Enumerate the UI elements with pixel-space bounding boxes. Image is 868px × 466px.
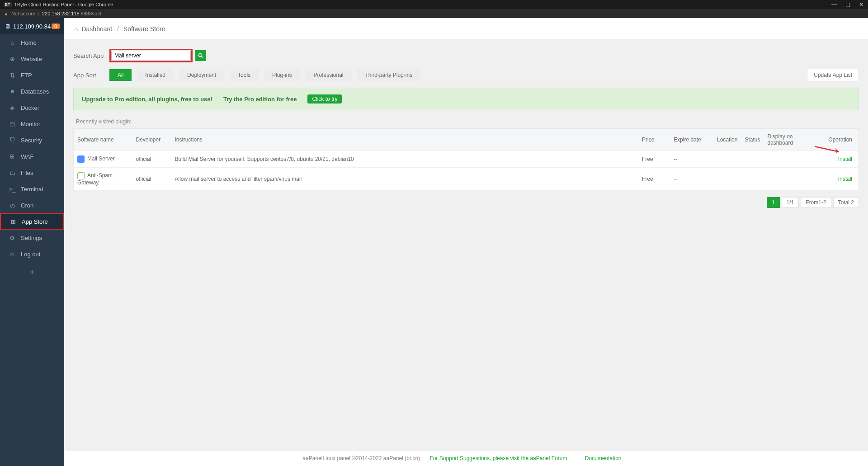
spam-app-icon [77,172,85,179]
annotation-arrow-icon [814,144,845,155]
nav-app-store[interactable]: ⊞App Store [0,213,64,230]
window-title: 1Byte Cloud Hosting Panel - Google Chrom… [14,2,113,7]
nav-terminal[interactable]: >_Terminal [0,181,64,197]
table-row: Anti-Spam Gateway official Allow mail se… [74,168,859,191]
sort-tab-plugins[interactable]: Plug-ins [264,69,300,81]
nav-add[interactable]: + [0,262,64,282]
nav-label: Settings [21,235,42,241]
th-dev: Developer [132,129,171,151]
url-port-path: :8888/soft [80,11,101,16]
shield-icon: ⛉ [9,137,15,144]
sort-tab-thirdparty[interactable]: Third-party Plug-ins [357,69,421,81]
cell-dev: official [132,151,171,168]
nav-label: FTP [21,72,32,79]
terminal-icon: >_ [9,186,15,193]
cell-location [713,168,741,191]
breadcrumb: ⌂ Dashboard / Software Store [64,18,868,40]
cell-name: Anti-Spam Gateway [74,168,132,191]
th-expire: Expire date [670,129,713,151]
logout-icon: ⎋ [9,251,15,258]
page-range: From1-2 [801,197,831,208]
sort-tab-tools[interactable]: Tools [230,69,259,81]
footer: aaPanelLinux panel ©2014-2022 aaPanel (b… [64,450,868,466]
page-total: Total 2 [833,197,859,208]
search-row: Search App [73,49,859,62]
nav-home[interactable]: ⌂Home [0,34,64,51]
window-controls: — ▢ ✕ [827,0,868,9]
nav-waf[interactable]: ⛨WAF [0,148,64,165]
url-host: 220.158.232.118 [42,11,80,16]
nav-docker[interactable]: ◈Docker [0,99,64,116]
nav-cron[interactable]: ◷Cron [0,197,64,213]
gear-icon: ⚙ [9,235,15,241]
app-name[interactable]: Mail Server [87,155,115,162]
cell-display [764,151,800,168]
sort-tab-deployment[interactable]: Deployment [179,69,224,81]
install-link[interactable]: Install [838,176,852,182]
nav-label: Website [21,56,42,62]
update-app-list-button[interactable]: Update App List [807,69,859,81]
mail-app-icon [77,155,85,163]
footer-support-link[interactable]: For Support|Suggestions, please visit th… [430,455,567,461]
clock-icon: ◷ [9,202,15,209]
url-bar: ▲ Not secure | 220.158.232.118:8888/soft [0,9,868,18]
footer-docs-link[interactable]: Documentation [585,455,622,461]
footer-copyright: aaPanelLinux panel ©2014-2022 aaPanel (b… [302,455,420,461]
nav-files[interactable]: 🗀Files [0,165,64,181]
nav-label: Monitor [21,121,40,127]
search-icon [198,53,203,58]
search-input[interactable] [111,51,191,61]
main: ⌂ Dashboard / Software Store Search App … [64,18,868,466]
sort-tabs: All Installed Deployment Tools Plug-ins … [109,69,807,81]
search-button[interactable] [195,50,206,61]
breadcrumb-dashboard[interactable]: Dashboard [81,25,113,33]
promo-click-button[interactable]: Click to try [307,94,342,104]
cell-expire: -- [670,151,713,168]
breadcrumb-home-icon: ⌂ [74,25,78,33]
not-secure-icon: ▲ [4,11,9,16]
th-status: Status [741,129,764,151]
cell-status [741,151,764,168]
table-row: Mail Server official Build Mail Server f… [74,151,859,168]
promo-upgrade: Upgrade to Pro edition, all plugins, fre… [82,96,212,103]
nav-website[interactable]: ⊕Website [0,51,64,67]
ftp-icon: ⇅ [9,72,15,79]
table-header-row: Software name Developer Instructions Pri… [74,129,859,151]
minimize-button[interactable]: — [827,0,841,9]
bt-badge: BT [4,2,12,7]
nav-label: Docker [21,104,39,111]
nav-settings[interactable]: ⚙Settings [0,230,64,246]
cell-name: Mail Server [74,151,132,168]
sort-tab-professional[interactable]: Professional [305,69,351,81]
sidebar-header: 🖥 112.109.90.84 0 [0,18,64,34]
page-current[interactable]: 1 [767,197,780,208]
cell-location [713,151,741,168]
install-link[interactable]: Install [838,156,852,162]
promo-try: Try the Pro edition for free [223,96,297,103]
nav-monitor[interactable]: ▤Monitor [0,116,64,132]
svg-line-1 [202,56,203,58]
cell-dev: official [132,168,171,191]
cell-instr: Allow mail server to access and filter s… [171,168,639,191]
th-instr: Instructions [171,129,639,151]
cell-price: Free [638,168,670,191]
sort-tab-all[interactable]: All [109,69,132,81]
home-icon: ⌂ [9,39,15,46]
close-button[interactable]: ✕ [854,0,868,9]
waf-icon: ⛨ [9,153,15,160]
app-table: Software name Developer Instructions Pri… [73,128,859,191]
database-icon: ≡ [9,88,15,95]
th-location: Location [713,129,741,151]
nav-security[interactable]: ⛉Security [0,132,64,148]
recent-label: Recently visited plugin: [73,118,859,125]
maximize-button[interactable]: ▢ [841,0,854,9]
nav-label: Terminal [21,186,43,193]
sort-tab-installed[interactable]: Installed [137,69,174,81]
svg-line-2 [815,146,839,152]
not-secure-label: Not secure [11,11,35,16]
sidebar-nav: ⌂Home ⊕Website ⇅FTP ≡Databases ◈Docker ▤… [0,34,64,262]
nav-logout[interactable]: ⎋Log out [0,246,64,262]
nav-ftp[interactable]: ⇅FTP [0,67,64,83]
nav-databases[interactable]: ≡Databases [0,83,64,99]
sidebar-ip-badge: 0 [52,24,60,29]
